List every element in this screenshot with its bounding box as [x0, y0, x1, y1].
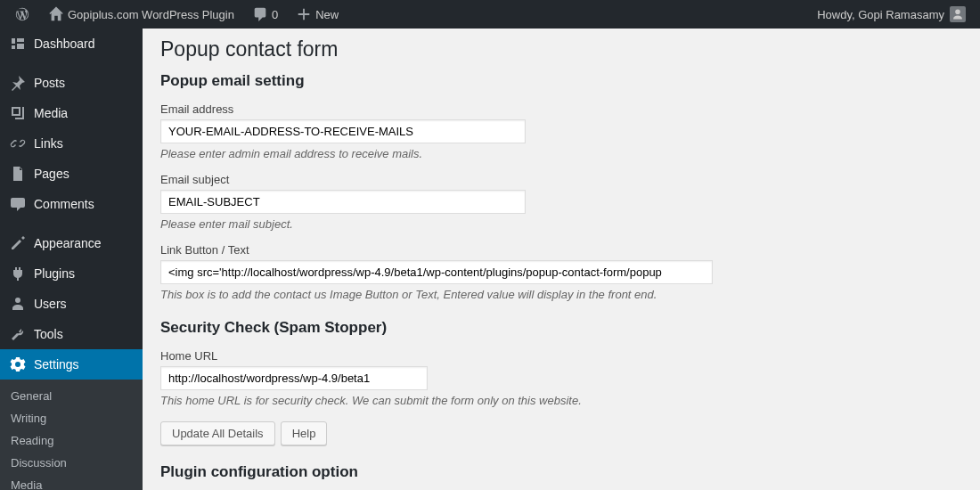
dashboard-icon	[9, 35, 27, 53]
section-email-setting: Popup email setting	[160, 72, 962, 90]
media-icon	[9, 104, 27, 122]
new-label: New	[315, 8, 339, 21]
wp-logo[interactable]	[7, 0, 37, 29]
email-subject-desc: Please enter mail subject.	[160, 217, 962, 231]
admin-toolbar: Gopiplus.com WordPress Plugin 0 New Howd…	[0, 0, 980, 29]
sidebar-item-pages[interactable]: Pages	[0, 159, 143, 189]
admin-sidebar: Dashboard Posts Media Links Pages Commen…	[0, 29, 143, 490]
sidebar-item-settings[interactable]: Settings	[0, 349, 143, 380]
users-icon	[9, 295, 27, 313]
link-button-label: Link Button / Text	[160, 243, 962, 257]
sidebar-item-media[interactable]: Media	[0, 98, 143, 128]
button-row: Update All Details Help	[160, 421, 962, 445]
sidebar-item-links[interactable]: Links	[0, 128, 143, 159]
email-address-label: Email address	[160, 102, 962, 116]
page-icon	[9, 165, 27, 183]
new-content-link[interactable]: New	[289, 0, 346, 29]
comments-count: 0	[272, 8, 278, 21]
email-address-input[interactable]	[160, 119, 526, 143]
sidebar-item-users[interactable]: Users	[0, 289, 143, 319]
appearance-icon	[9, 234, 27, 252]
sidebar-item-tools[interactable]: Tools	[0, 319, 143, 349]
sidebar-item-appearance[interactable]: Appearance	[0, 228, 143, 258]
comment-icon	[252, 6, 268, 22]
toolbar-right[interactable]: Howdy, Gopi Ramasamy	[817, 6, 973, 22]
page-title: Popup contact form	[160, 37, 962, 61]
section-plugin-config: Plugin configuration option	[160, 463, 962, 481]
settings-icon	[9, 355, 27, 373]
submenu-reading[interactable]: Reading	[0, 429, 143, 452]
sidebar-item-posts[interactable]: Posts	[0, 68, 143, 98]
site-name: Gopiplus.com WordPress Plugin	[68, 8, 234, 21]
home-icon	[48, 6, 64, 22]
tools-icon	[9, 325, 27, 343]
home-url-desc: This home URL is for security check. We …	[160, 394, 962, 407]
toolbar-left: Gopiplus.com WordPress Plugin 0 New	[7, 0, 817, 29]
link-button-input[interactable]	[160, 260, 713, 284]
submenu-media[interactable]: Media	[0, 474, 143, 490]
email-subject-label: Email subject	[160, 173, 962, 186]
email-subject-input[interactable]	[160, 190, 526, 214]
submenu-discussion[interactable]: Discussion	[0, 452, 143, 474]
submenu-writing[interactable]: Writing	[0, 407, 143, 429]
sidebar-item-dashboard[interactable]: Dashboard	[0, 29, 143, 59]
section-security-check: Security Check (Spam Stopper)	[160, 319, 962, 337]
link-button-desc: This box is to add the contact us Image …	[160, 288, 962, 301]
plugin-icon	[9, 265, 27, 282]
update-button[interactable]: Update All Details	[160, 421, 275, 445]
main-container: Dashboard Posts Media Links Pages Commen…	[0, 29, 980, 490]
site-name-link[interactable]: Gopiplus.com WordPress Plugin	[41, 0, 241, 29]
help-button[interactable]: Help	[281, 421, 328, 445]
link-icon	[9, 135, 27, 152]
wordpress-icon	[14, 6, 30, 22]
content-area: Popup contact form Popup email setting E…	[143, 29, 980, 490]
comments-link[interactable]: 0	[245, 0, 285, 29]
email-address-desc: Please enter admin email address to rece…	[160, 147, 962, 160]
sidebar-item-plugins[interactable]: Plugins	[0, 258, 143, 289]
comments-icon	[9, 195, 27, 213]
home-url-label: Home URL	[160, 349, 962, 363]
howdy-text: Howdy, Gopi Ramasamy	[817, 8, 944, 21]
sidebar-item-comments[interactable]: Comments	[0, 189, 143, 219]
plus-icon	[296, 6, 312, 22]
settings-submenu: General Writing Reading Discussion Media…	[0, 380, 143, 490]
home-url-input[interactable]	[160, 366, 428, 390]
submenu-general[interactable]: General	[0, 385, 143, 407]
avatar-icon	[950, 6, 966, 22]
pin-icon	[9, 74, 27, 92]
